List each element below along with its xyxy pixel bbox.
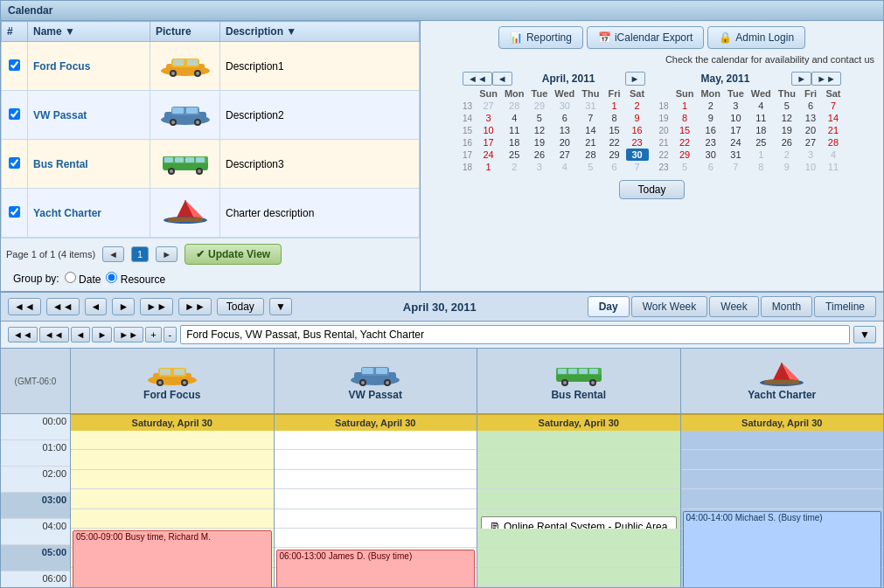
cal-day[interactable]: 27 xyxy=(476,100,501,112)
group-by-resource-label[interactable]: Resource xyxy=(106,272,165,286)
tab-week[interactable]: Week xyxy=(709,296,758,317)
cal-day[interactable]: 12 xyxy=(775,112,799,124)
filter-minus-btn[interactable]: - xyxy=(164,327,177,342)
cal-day[interactable]: 31 xyxy=(578,100,602,112)
cal-day[interactable]: 21 xyxy=(822,124,845,136)
filter-next2-btn[interactable]: ►► xyxy=(114,327,143,342)
cal-day[interactable]: 10 xyxy=(724,112,748,124)
prev-page-btn[interactable]: ◄ xyxy=(102,246,124,262)
cal-day[interactable]: 1 xyxy=(672,100,698,112)
page-1-btn[interactable]: 1 xyxy=(131,246,149,262)
april-prev-btn[interactable]: ◄◄ xyxy=(463,72,492,86)
resource-cell[interactable] xyxy=(275,509,477,529)
cal-day[interactable]: 1 xyxy=(748,149,775,161)
first-nav-btn[interactable]: ◄◄ xyxy=(8,298,41,315)
resource-cell[interactable] xyxy=(71,431,274,450)
last-nav-btn[interactable]: ►► xyxy=(178,298,212,315)
cal-day[interactable]: 24 xyxy=(476,149,501,161)
cal-day[interactable]: 8 xyxy=(748,161,775,173)
resource-cell[interactable] xyxy=(71,509,274,529)
filter-dropdown-btn[interactable]: ▼ xyxy=(853,326,876,343)
cal-day[interactable]: 22 xyxy=(603,136,626,149)
item-checkbox[interactable] xyxy=(9,206,20,218)
cal-day[interactable]: 4 xyxy=(551,161,578,173)
admin-btn[interactable]: 🔒 Admin Login xyxy=(707,26,805,49)
filter-prev2-btn[interactable]: ◄ xyxy=(71,327,91,342)
cal-day[interactable]: 2 xyxy=(501,161,528,173)
resource-cell[interactable] xyxy=(275,431,477,450)
tab-timeline[interactable]: Timeline xyxy=(814,296,876,317)
checkbox-cell[interactable] xyxy=(2,91,28,140)
resource-cell[interactable] xyxy=(681,450,884,469)
icalendar-btn[interactable]: 📅 iCalendar Export xyxy=(587,26,704,49)
cal-day[interactable]: 5 xyxy=(578,161,602,173)
resource-cell-event[interactable]: 05:00-09:00 Busy time, Richard M. xyxy=(71,529,274,548)
cal-day[interactable]: 23 xyxy=(626,136,649,149)
cal-day[interactable]: 29 xyxy=(528,100,552,112)
cal-day[interactable]: 24 xyxy=(724,136,748,149)
resource-cell[interactable] xyxy=(477,470,680,489)
cal-day[interactable]: 7 xyxy=(578,112,602,124)
resource-cell[interactable] xyxy=(477,568,680,587)
resource-cell[interactable] xyxy=(681,489,884,508)
resource-cell[interactable] xyxy=(477,450,680,469)
cal-day[interactable]: 7 xyxy=(724,161,748,173)
cal-day[interactable]: 10 xyxy=(476,124,501,136)
cal-day[interactable]: 8 xyxy=(603,112,626,124)
item-checkbox[interactable] xyxy=(9,157,20,169)
next-nav-btn[interactable]: ►► xyxy=(140,298,173,315)
cal-day[interactable]: 11 xyxy=(822,161,845,173)
resource-cell[interactable] xyxy=(275,470,477,489)
cal-day[interactable]: 29 xyxy=(603,149,626,161)
cal-day[interactable]: 25 xyxy=(501,149,528,161)
cal-day[interactable]: 9 xyxy=(626,112,649,124)
cal-day[interactable]: 17 xyxy=(476,136,501,149)
cal-day[interactable]: 1 xyxy=(476,161,501,173)
cal-day[interactable]: 21 xyxy=(578,136,602,149)
cal-day[interactable]: 5 xyxy=(775,100,799,112)
cal-day[interactable]: 3 xyxy=(724,100,748,112)
filter-resources-input[interactable] xyxy=(180,325,850,344)
update-view-btn[interactable]: ✔ Update View xyxy=(184,244,282,265)
item-checkbox[interactable] xyxy=(9,59,20,71)
item-checkbox[interactable] xyxy=(9,108,20,120)
cal-day[interactable]: 26 xyxy=(775,136,799,149)
next-page-btn[interactable]: ► xyxy=(156,246,177,262)
filter-prev-btn[interactable]: ◄◄ xyxy=(39,327,69,342)
filter-first-btn[interactable]: ◄◄ xyxy=(8,327,38,342)
may-next-btn[interactable]: ► xyxy=(791,72,811,86)
tab-month[interactable]: Month xyxy=(761,296,812,317)
cal-day[interactable]: 7 xyxy=(822,100,845,112)
cal-day[interactable]: 6 xyxy=(603,161,626,173)
group-by-date-label[interactable]: Date xyxy=(65,272,101,286)
april-next-btn[interactable]: ► xyxy=(625,72,645,86)
cal-day[interactable]: 18 xyxy=(748,124,775,136)
checkbox-cell[interactable] xyxy=(2,189,28,238)
cal-day[interactable]: 30 xyxy=(697,149,724,161)
resource-cell[interactable] xyxy=(275,450,477,469)
tab-workweek[interactable]: Work Week xyxy=(631,296,708,317)
cal-day[interactable]: 6 xyxy=(697,161,724,173)
cal-day[interactable]: 27 xyxy=(799,136,822,149)
resource-cell[interactable] xyxy=(71,489,274,508)
cal-day[interactable]: 8 xyxy=(672,112,698,124)
yacht-charter-event[interactable]: 04:00-14:00 Michael S. (Busy time) xyxy=(683,511,882,588)
cal-day[interactable]: 4 xyxy=(822,149,845,161)
may-next2-btn[interactable]: ►► xyxy=(811,72,841,86)
cal-day[interactable]: 5 xyxy=(528,112,552,124)
vw-passat-event[interactable]: 06:00-13:00 James D. (Busy time) xyxy=(276,550,476,587)
ford-focus-event[interactable]: 05:00-09:00 Busy time, Richard M. xyxy=(73,530,272,587)
cal-day[interactable]: 13 xyxy=(799,112,822,124)
april-prev2-btn[interactable]: ◄ xyxy=(492,72,512,86)
cal-day[interactable]: 31 xyxy=(724,149,748,161)
today-dropdown-btn[interactable]: ▼ xyxy=(269,298,292,315)
cal-day[interactable]: 29 xyxy=(672,149,698,161)
cal-day[interactable]: 14 xyxy=(578,124,602,136)
cal-day[interactable]: 11 xyxy=(748,112,775,124)
group-by-resource-radio[interactable] xyxy=(106,272,117,283)
cal-day[interactable]: 27 xyxy=(551,149,578,161)
cal-day[interactable]: 16 xyxy=(626,124,649,136)
resource-cell[interactable] xyxy=(275,489,477,508)
resource-cell[interactable] xyxy=(681,470,884,489)
cal-day[interactable]: 12 xyxy=(528,124,552,136)
